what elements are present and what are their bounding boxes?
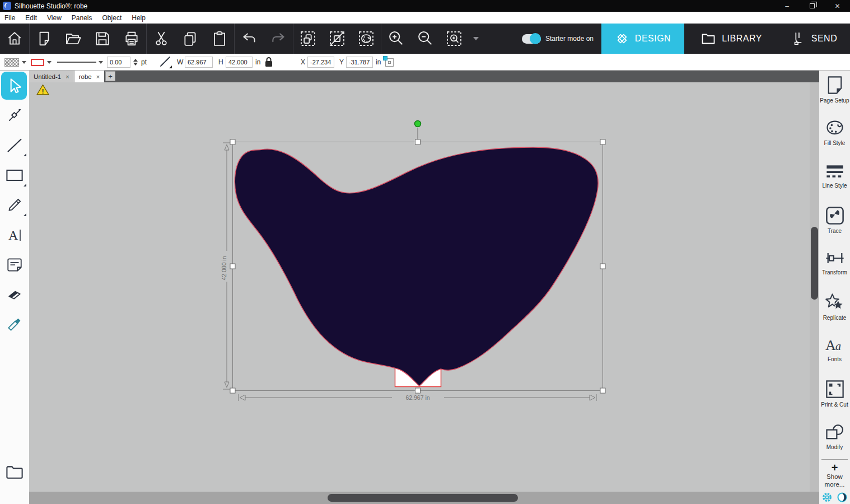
silhouette-logo-icon [3, 2, 11, 10]
panel-label: Page Setup [820, 97, 849, 104]
close-button[interactable]: ✕ [825, 0, 850, 12]
panel-fill-style[interactable]: Fill Style [819, 119, 850, 146]
menu-object[interactable]: Object [97, 12, 127, 24]
select-all-icon [299, 30, 317, 48]
doc-tab-close-icon[interactable]: × [96, 73, 100, 80]
tab-design[interactable]: DESIGN [601, 24, 684, 54]
step-down-icon[interactable] [133, 63, 138, 66]
save-button[interactable] [88, 24, 117, 54]
vertical-scrollbar-thumb[interactable] [811, 227, 818, 300]
handle-bottom-center[interactable] [415, 388, 421, 393]
copy-button[interactable] [176, 24, 205, 54]
app-window: Silhouette Studio®: robe – ✕ File Edit V… [0, 0, 850, 504]
panel-label: Fill Style [824, 140, 846, 146]
horizontal-scrollbar[interactable] [29, 492, 819, 504]
deselect-all-button[interactable] [323, 24, 352, 54]
show-more-button[interactable]: + Show more... [819, 463, 850, 488]
panel-page-setup[interactable]: Page Setup [819, 75, 850, 104]
open-button[interactable] [59, 24, 88, 54]
doc-tab-close-icon[interactable]: × [66, 73, 69, 80]
design-canvas[interactable]: ! 42.000 in [29, 82, 819, 492]
doc-tab-robe[interactable]: robe × [74, 71, 104, 82]
print-button[interactable] [117, 24, 146, 54]
handle-top-center[interactable] [415, 139, 421, 144]
line-color-swatch[interactable] [31, 59, 44, 66]
x-input[interactable] [307, 57, 334, 68]
zoom-selection-button[interactable] [440, 24, 469, 54]
stroke-width-input[interactable] [107, 57, 130, 68]
panel-line-style[interactable]: Line Style [819, 162, 850, 189]
panel-print-cut[interactable]: Print & Cut [819, 379, 850, 408]
theme-contrast-icon[interactable] [837, 492, 848, 503]
panel-label: Transform [822, 269, 847, 276]
line-color-dropdown-arrow-icon[interactable] [47, 61, 52, 64]
select-all-button[interactable] [293, 24, 323, 54]
select-tool-button[interactable] [1, 72, 27, 100]
new-document-icon [36, 30, 53, 47]
panel-modify[interactable]: Modify [819, 423, 850, 450]
lock-ratio-icon[interactable] [264, 57, 273, 68]
knife-tool-button[interactable] [2, 312, 27, 337]
eraser-tool-button[interactable] [2, 282, 27, 307]
paste-button[interactable] [205, 24, 234, 54]
menu-edit[interactable]: Edit [20, 12, 42, 24]
menu-file[interactable]: File [0, 12, 20, 24]
step-up-icon[interactable] [133, 59, 138, 62]
panel-transform[interactable]: Transform [819, 249, 850, 276]
stroke-width-stepper[interactable] [133, 54, 138, 71]
starter-mode-toggle[interactable] [522, 34, 541, 44]
panel-trace[interactable]: Trace [819, 206, 850, 234]
menu-panels[interactable]: Panels [67, 12, 97, 24]
tab-send[interactable]: SEND [778, 24, 850, 54]
handle-top-left[interactable] [230, 139, 235, 144]
library-folder-button[interactable] [2, 460, 27, 484]
undo-button[interactable] [235, 24, 264, 54]
note-tool-button[interactable] [2, 253, 27, 277]
settings-gear-icon[interactable] [821, 492, 833, 503]
width-input[interactable] [185, 57, 213, 68]
horizontal-scrollbar-thumb[interactable] [328, 494, 518, 502]
zoom-in-button[interactable] [381, 24, 410, 54]
text-tool-button[interactable]: A [2, 223, 27, 248]
new-document-button[interactable] [30, 24, 59, 54]
tab-library[interactable]: LIBRARY [684, 24, 778, 54]
redo-button[interactable] [264, 24, 293, 54]
add-tab-button[interactable]: + [105, 71, 115, 81]
height-input[interactable] [226, 57, 253, 68]
fill-swatch[interactable] [4, 58, 19, 67]
panel-fonts[interactable]: Aa Fonts [819, 336, 850, 362]
line-style-sample[interactable] [56, 59, 97, 65]
home-button[interactable] [0, 24, 29, 54]
menu-help[interactable]: Help [127, 12, 151, 24]
warning-icon[interactable]: ! [37, 85, 49, 95]
rotate-handle[interactable] [415, 121, 421, 127]
handle-mid-left[interactable] [230, 264, 235, 269]
canvas-artwork: ! 42.000 in [29, 82, 819, 492]
fill-dropdown-arrow-icon[interactable] [22, 61, 26, 64]
handle-bottom-left[interactable] [230, 388, 235, 393]
rectangle-tool-button[interactable] [2, 163, 27, 188]
cut-button[interactable] [147, 24, 176, 54]
handle-mid-right[interactable] [600, 264, 605, 269]
line-style-dropdown-arrow-icon[interactable] [99, 61, 103, 64]
panel-replicate[interactable]: Replicate [819, 292, 850, 321]
minimize-button[interactable]: – [774, 0, 800, 12]
select-by-color-button[interactable] [352, 24, 381, 54]
line-tool-button[interactable] [2, 133, 27, 157]
vertical-scrollbar[interactable] [810, 82, 819, 492]
restore-button[interactable] [800, 0, 825, 12]
doc-tab-untitled[interactable]: Untitled-1 × [29, 71, 74, 82]
zoom-dropdown-arrow-icon[interactable] [473, 37, 479, 40]
line-weight-button[interactable] [158, 54, 172, 69]
handle-bottom-right[interactable] [600, 388, 605, 393]
point-edit-tool-button[interactable] [2, 103, 27, 128]
y-input[interactable] [346, 57, 373, 68]
handle-top-right[interactable] [600, 139, 605, 144]
menu-view[interactable]: View [42, 12, 67, 24]
pencil-tool-button[interactable] [2, 193, 27, 217]
robe-shape[interactable] [235, 147, 598, 386]
eraser-tool-icon [6, 286, 23, 303]
anchor-point-widget[interactable] [385, 58, 394, 67]
panel-label: Fonts [828, 356, 842, 362]
zoom-out-button[interactable] [410, 24, 440, 54]
